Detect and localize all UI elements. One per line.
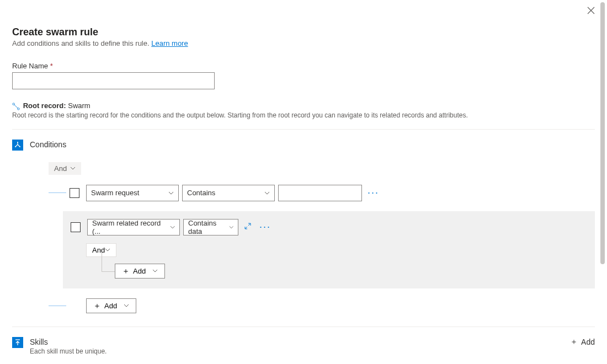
skills-subtitle: Each skill must be unique.	[30, 347, 107, 355]
top-operator-dropdown[interactable]: And	[49, 162, 81, 175]
chevron-down-icon	[264, 190, 270, 196]
skills-title: Skills	[30, 338, 107, 346]
close-icon	[587, 7, 595, 14]
nested-add-button[interactable]: ＋ Add	[115, 264, 165, 279]
svg-point-1	[18, 108, 20, 110]
close-button[interactable]	[587, 7, 596, 15]
value-select[interactable]	[278, 185, 362, 201]
svg-point-2	[17, 142, 18, 143]
svg-point-3	[15, 146, 16, 147]
chevron-down-icon	[170, 224, 175, 230]
svg-point-0	[13, 103, 15, 105]
skills-icon	[12, 337, 23, 348]
root-record-description: Root record is the starting record for t…	[12, 111, 595, 119]
root-record-row: Root record: Swarm	[12, 101, 595, 110]
page-subtitle: Add conditions and skills to define this…	[12, 39, 595, 47]
chevron-down-icon	[229, 224, 233, 230]
chevron-down-icon	[124, 303, 129, 308]
tree-connector	[49, 306, 66, 306]
conditions-title: Conditions	[30, 140, 595, 149]
conditions-icon	[12, 140, 23, 151]
chevron-down-icon	[168, 190, 174, 196]
svg-point-4	[19, 146, 20, 147]
rule-name-input[interactable]	[12, 72, 215, 89]
add-skill-button[interactable]: ＋ Add	[570, 337, 595, 347]
chevron-down-icon	[152, 268, 158, 274]
chevron-down-icon	[70, 165, 76, 171]
rule-name-label: Rule Name *	[12, 62, 595, 70]
field-select[interactable]: Swarm request	[86, 185, 179, 201]
page-title: Create swarm rule	[12, 26, 595, 38]
chevron-down-icon	[105, 247, 110, 253]
learn-more-link[interactable]: Learn more	[151, 39, 188, 47]
collapse-icon[interactable]	[242, 222, 254, 232]
field-select[interactable]: Swarm related record (...	[87, 219, 180, 235]
row-more-button[interactable]: ···	[257, 221, 273, 233]
row-checkbox[interactable]	[71, 222, 81, 232]
plus-icon: ＋	[122, 267, 130, 275]
plus-icon: ＋	[570, 337, 578, 347]
operator-select[interactable]: Contains	[182, 185, 275, 201]
row-checkbox[interactable]	[70, 188, 79, 198]
condition-row: Swarm request Contains ···	[49, 185, 595, 201]
flow-icon	[12, 103, 20, 110]
scrollbar[interactable]	[600, 2, 605, 264]
plus-icon: ＋	[93, 302, 101, 309]
add-condition-button[interactable]: ＋ Add	[86, 298, 136, 313]
tree-connector	[49, 192, 66, 193]
operator-select[interactable]: Contains data	[183, 219, 238, 235]
nested-condition-group: Swarm related record (... Contains data …	[63, 211, 595, 288]
row-more-button[interactable]: ···	[365, 187, 381, 199]
